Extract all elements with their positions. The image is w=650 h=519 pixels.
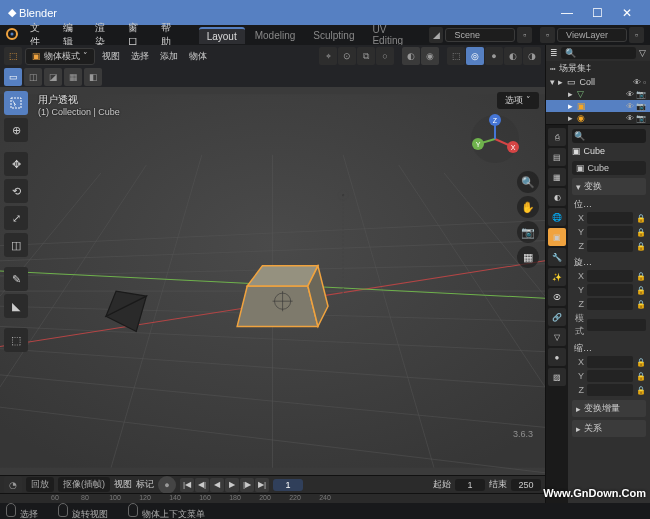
- tab-render[interactable]: ⎙: [548, 128, 566, 146]
- loc-y-field[interactable]: [587, 226, 633, 238]
- outliner-icon[interactable]: ≣: [550, 48, 558, 58]
- workspace-sculpting[interactable]: Sculpting: [305, 28, 362, 43]
- pivot-icon[interactable]: ⊙: [338, 47, 356, 65]
- tab-constraints[interactable]: 🔗: [548, 308, 566, 326]
- timeline-view-menu[interactable]: 视图: [114, 478, 132, 491]
- tool-rotate[interactable]: ⟲: [4, 179, 28, 203]
- keying-menu[interactable]: 抠像(插帧): [58, 477, 110, 492]
- object-mode-selector[interactable]: ▣ 物体模式 ˅: [25, 48, 95, 65]
- menu-add[interactable]: 添加: [156, 50, 182, 63]
- tab-data[interactable]: ▽: [548, 328, 566, 346]
- tool-annotate[interactable]: ✎: [4, 267, 28, 291]
- current-frame-field[interactable]: 1: [273, 479, 303, 491]
- editor-type-icon[interactable]: ⬚: [4, 47, 22, 65]
- props-search[interactable]: 🔍: [572, 129, 646, 143]
- end-frame-field[interactable]: 250: [511, 479, 541, 491]
- select-more-icon[interactable]: ◪: [44, 68, 62, 86]
- perspective-toggle-icon[interactable]: ▦: [517, 246, 539, 268]
- prev-key-icon[interactable]: ◀|: [195, 478, 209, 492]
- shading-wireframe-icon[interactable]: ◎: [466, 47, 484, 65]
- close-button[interactable]: ✕: [612, 6, 642, 20]
- viewlayer-field[interactable]: ViewLayer: [557, 28, 627, 42]
- minimize-button[interactable]: —: [552, 6, 582, 20]
- maximize-button[interactable]: ☐: [582, 6, 612, 20]
- outliner-search[interactable]: 🔍: [561, 47, 636, 59]
- jump-start-icon[interactable]: |◀: [180, 478, 194, 492]
- xray-icon[interactable]: ⬚: [447, 47, 465, 65]
- scene-field[interactable]: Scene: [445, 28, 515, 42]
- start-frame-field[interactable]: 1: [455, 479, 485, 491]
- tab-output[interactable]: ▤: [548, 148, 566, 166]
- menu-object[interactable]: 物体: [185, 50, 211, 63]
- workspace-modeling[interactable]: Modeling: [247, 28, 304, 43]
- 3d-viewport[interactable]: ⊕ ✥ ⟲ ⤢ ◫ ✎ ◣ ⬚ 用户透视 (1) Collection | Cu…: [0, 87, 545, 475]
- panel-relations[interactable]: ▸ 关系: [572, 420, 646, 437]
- tab-viewlayer[interactable]: ▦: [548, 168, 566, 186]
- timeline-ruler[interactable]: 6080100120140160180200220240: [0, 493, 545, 503]
- panel-transform[interactable]: ▾ 变换: [572, 178, 646, 195]
- select-invert-icon[interactable]: ◧: [84, 68, 102, 86]
- scale-z-field[interactable]: [587, 384, 633, 396]
- outliner-row-cube[interactable]: ▸ ▣👁📷: [546, 100, 650, 112]
- overlay-toggle-icon[interactable]: ◉: [421, 47, 439, 65]
- gizmo-toggle-icon[interactable]: ◐: [402, 47, 420, 65]
- select-tweak-icon[interactable]: ◫: [24, 68, 42, 86]
- tool-cursor[interactable]: ⊕: [4, 118, 28, 142]
- orientation-icon[interactable]: ⌖: [319, 47, 337, 65]
- rot-y-field[interactable]: [587, 284, 633, 296]
- rot-z-field[interactable]: [587, 298, 633, 310]
- viewlayer-browse-icon[interactable]: ▫: [540, 27, 555, 43]
- play-icon[interactable]: ▶: [225, 478, 239, 492]
- tab-physics[interactable]: ⦿: [548, 288, 566, 306]
- tab-particles[interactable]: ✨: [548, 268, 566, 286]
- proportional-icon[interactable]: ○: [376, 47, 394, 65]
- panel-delta-transform[interactable]: ▸ 变换增量: [572, 400, 646, 417]
- tool-move[interactable]: ✥: [4, 152, 28, 176]
- pan-icon[interactable]: ✋: [517, 196, 539, 218]
- outliner-row-light[interactable]: ▸ ◉👁📷: [546, 112, 650, 124]
- scene-new-icon[interactable]: ▫: [517, 27, 532, 43]
- shading-solid-icon[interactable]: ●: [485, 47, 503, 65]
- rot-mode-field[interactable]: [587, 319, 646, 331]
- loc-x-field[interactable]: [587, 212, 633, 224]
- play-rev-icon[interactable]: ◀: [210, 478, 224, 492]
- scale-x-field[interactable]: [587, 356, 633, 368]
- workspace-layout[interactable]: Layout: [199, 27, 245, 44]
- jump-end-icon[interactable]: ▶|: [255, 478, 269, 492]
- tab-scene[interactable]: ◐: [548, 188, 566, 206]
- select-all-icon[interactable]: ▦: [64, 68, 82, 86]
- timeline-editor-icon[interactable]: ◔: [4, 476, 22, 494]
- tab-world[interactable]: 🌐: [548, 208, 566, 226]
- outliner-row-collection[interactable]: ▾ ▸ ▭ Coll👁▫: [546, 76, 650, 88]
- autokey-icon[interactable]: ●: [158, 476, 176, 494]
- tool-scale[interactable]: ⤢: [4, 206, 28, 230]
- timeline-markers-menu[interactable]: 标记: [136, 478, 154, 491]
- scene-browse-icon[interactable]: ◢: [429, 27, 444, 43]
- camera-view-icon[interactable]: 📷: [517, 221, 539, 243]
- playback-menu[interactable]: 回放: [26, 477, 54, 492]
- lock-icon[interactable]: 🔒: [636, 214, 646, 223]
- filter-icon[interactable]: ▽: [639, 48, 646, 58]
- zoom-icon[interactable]: 🔍: [517, 171, 539, 193]
- rot-x-field[interactable]: [587, 270, 633, 282]
- snap-icon[interactable]: ⧉: [357, 47, 375, 65]
- menu-view[interactable]: 视图: [98, 50, 124, 63]
- scale-y-field[interactable]: [587, 370, 633, 382]
- tool-add-cube[interactable]: ⬚: [4, 328, 28, 352]
- tool-measure[interactable]: ◣: [4, 294, 28, 318]
- tab-modifiers[interactable]: 🔧: [548, 248, 566, 266]
- loc-z-field[interactable]: [587, 240, 633, 252]
- outliner-row-camera[interactable]: ▸ ▽👁📷: [546, 88, 650, 100]
- tool-transform[interactable]: ◫: [4, 233, 28, 257]
- viewlayer-new-icon[interactable]: ▫: [629, 27, 644, 43]
- viewport-options-button[interactable]: 选项 ˅: [497, 92, 539, 109]
- shading-material-icon[interactable]: ◐: [504, 47, 522, 65]
- select-box-icon[interactable]: ▭: [4, 68, 22, 86]
- menu-select[interactable]: 选择: [127, 50, 153, 63]
- object-name-field[interactable]: ▣ Cube: [572, 161, 646, 175]
- tab-object[interactable]: ▣: [548, 228, 566, 246]
- tab-material[interactable]: ●: [548, 348, 566, 366]
- axis-gizmo[interactable]: X Y Z: [468, 112, 523, 167]
- tool-select-box[interactable]: [4, 91, 28, 115]
- shading-rendered-icon[interactable]: ◑: [523, 47, 541, 65]
